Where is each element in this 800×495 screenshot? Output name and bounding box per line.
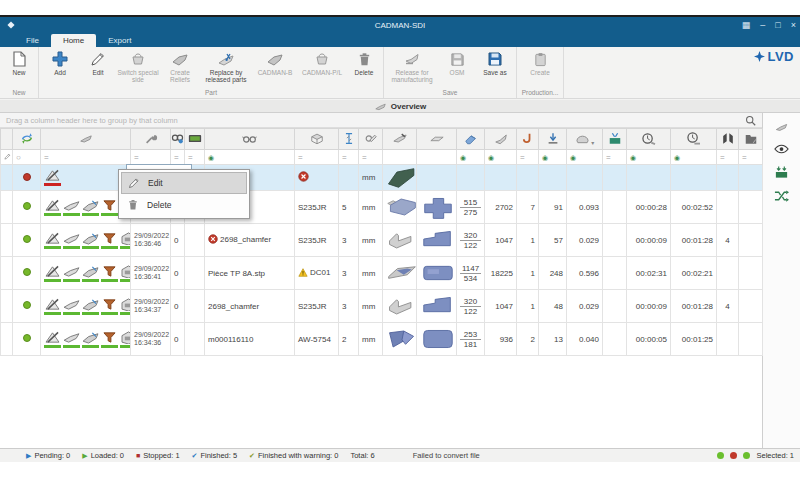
- col-docs[interactable]: [717, 129, 739, 150]
- filter-flat[interactable]: [417, 150, 457, 165]
- maximize-button[interactable]: □: [775, 20, 780, 30]
- cell-setup-time[interactable]: 00:00:09: [627, 290, 671, 323]
- cell-docs[interactable]: [717, 257, 739, 290]
- minimize-button[interactable]: –: [760, 20, 765, 30]
- cell-release[interactable]: [603, 165, 627, 191]
- cell-production-time[interactable]: 00:01:28: [671, 224, 717, 257]
- create-production-button[interactable]: Create: [518, 47, 562, 88]
- cell-date[interactable]: 29/09/202216:34:36: [131, 323, 171, 356]
- col-weight[interactable]: ▾: [567, 129, 603, 150]
- cell-cut-length[interactable]: 936: [485, 323, 517, 356]
- cell-count[interactable]: 0: [171, 290, 185, 323]
- cell-cut-length[interactable]: [485, 165, 517, 191]
- cell-flat-thumbnail[interactable]: [417, 224, 457, 257]
- cell-bends[interactable]: 1: [517, 224, 539, 257]
- cell-unit[interactable]: mm: [359, 290, 383, 323]
- cell-flat-thumbnail[interactable]: [417, 257, 457, 290]
- cell-blank-size[interactable]: 253181: [457, 323, 485, 356]
- filter-thickness[interactable]: =: [339, 150, 359, 165]
- col-release[interactable]: [603, 129, 627, 150]
- cell-weight[interactable]: 0.596: [567, 257, 603, 290]
- cell-material[interactable]: S235JR: [295, 290, 339, 323]
- cell-weight[interactable]: [567, 165, 603, 191]
- cell-docs[interactable]: [717, 323, 739, 356]
- cell-flange[interactable]: 248: [539, 257, 567, 290]
- view-tab-overview[interactable]: Overview: [0, 100, 800, 113]
- filter-3d[interactable]: [383, 150, 417, 165]
- cell-unit[interactable]: mm: [359, 165, 383, 191]
- osm-button[interactable]: OSM: [439, 47, 475, 88]
- cell-weight[interactable]: 0.029: [567, 290, 603, 323]
- tab-file[interactable]: File: [14, 34, 51, 47]
- cell-date[interactable]: 29/09/202216:36:41: [131, 257, 171, 290]
- filter-unit[interactable]: =: [359, 150, 383, 165]
- filter-date[interactable]: =: [131, 150, 171, 165]
- cell-docs[interactable]: [717, 165, 739, 191]
- style-button[interactable]: ▦: [742, 20, 751, 30]
- cell-name[interactable]: 2698_chamfer: [205, 224, 295, 257]
- cell-material[interactable]: DC01: [295, 257, 339, 290]
- filter-progress[interactable]: =: [739, 150, 763, 165]
- col-production-time[interactable]: [671, 129, 717, 150]
- cell-flange[interactable]: 48: [539, 290, 567, 323]
- cell-flange[interactable]: 57: [539, 224, 567, 257]
- create-reliefs-button[interactable]: Create Reliefs: [160, 47, 200, 88]
- cell-unit[interactable]: mm: [359, 224, 383, 257]
- cell-cut-length[interactable]: 18225: [485, 257, 517, 290]
- filter-blank-size[interactable]: ◉: [457, 150, 485, 165]
- cell-setup-time[interactable]: [627, 165, 671, 191]
- cell-thickness[interactable]: 2: [339, 323, 359, 356]
- cell-progress[interactable]: [739, 290, 763, 323]
- cell-production-time[interactable]: 00:02:52: [671, 191, 717, 224]
- cell-name[interactable]: 2698_chamfer: [205, 290, 295, 323]
- table-row[interactable]: 29/09/202216:36:41 0 Pièce TP 8A.stp DC0…: [1, 257, 763, 290]
- tab-export[interactable]: Export: [96, 34, 143, 47]
- col-bends[interactable]: [517, 129, 539, 150]
- cell-blank-size[interactable]: [457, 165, 485, 191]
- cell-count[interactable]: 0: [171, 323, 185, 356]
- cell-progress[interactable]: [739, 323, 763, 356]
- cell-material[interactable]: S235JR: [295, 224, 339, 257]
- filter-flange[interactable]: ◉: [539, 150, 567, 165]
- cell-production-time[interactable]: [671, 165, 717, 191]
- col-thickness[interactable]: [339, 129, 359, 150]
- cell-setup-time[interactable]: 00:00:05: [627, 323, 671, 356]
- cell-cut-length[interactable]: 2702: [485, 191, 517, 224]
- col-status[interactable]: [13, 129, 41, 150]
- cell-bends[interactable]: [517, 165, 539, 191]
- context-menu-edit[interactable]: Edit: [121, 172, 247, 194]
- table-row[interactable]: 29/09/202216:34:36 0 m000116110 AW-5754 …: [1, 323, 763, 356]
- cell-3d-thumbnail[interactable]: [383, 290, 417, 323]
- filter-status[interactable]: ○: [13, 150, 41, 165]
- edit-button[interactable]: Edit: [80, 47, 116, 88]
- cell-material[interactable]: [295, 165, 339, 191]
- release-for-manufacturing-button[interactable]: Release for manufacturing: [385, 47, 439, 88]
- search-icon[interactable]: [745, 115, 756, 126]
- cell-production-time[interactable]: 00:01:25: [671, 323, 717, 356]
- cell-count[interactable]: 0: [171, 224, 185, 257]
- table-row[interactable]: 04/03/202115:35:33 0 Bucket S235JR 5 mm …: [1, 191, 763, 224]
- cell-docs[interactable]: 4: [717, 224, 739, 257]
- col-unit[interactable]: [359, 129, 383, 150]
- cell-workflow[interactable]: [41, 191, 131, 224]
- cell-status[interactable]: [13, 224, 41, 257]
- cell-release[interactable]: [603, 290, 627, 323]
- new-button[interactable]: New: [1, 47, 37, 88]
- replace-by-released-parts-button[interactable]: Replace by released parts: [200, 47, 252, 88]
- cell-flat-thumbnail[interactable]: [417, 323, 457, 356]
- cell-name[interactable]: m000116110: [205, 323, 295, 356]
- cadman-b-button[interactable]: CADMAN-B: [252, 47, 298, 88]
- col-cut-length[interactable]: [485, 129, 517, 150]
- add-button[interactable]: Add: [40, 47, 80, 88]
- table-row[interactable]: 29/09/202216:34:37 0 2698_chamfer S235JR…: [1, 290, 763, 323]
- cell-docs[interactable]: [717, 191, 739, 224]
- filter-setup-time[interactable]: ◉: [627, 150, 671, 165]
- cell-material[interactable]: AW-5754: [295, 323, 339, 356]
- cell-date[interactable]: 29/09/202216:36:46: [131, 224, 171, 257]
- col-material[interactable]: [295, 129, 339, 150]
- cell-machine[interactable]: [185, 257, 205, 290]
- col-date[interactable]: [131, 129, 171, 150]
- col-3d-view[interactable]: [383, 129, 417, 150]
- cell-status[interactable]: [13, 165, 41, 191]
- filter-release[interactable]: =: [603, 150, 627, 165]
